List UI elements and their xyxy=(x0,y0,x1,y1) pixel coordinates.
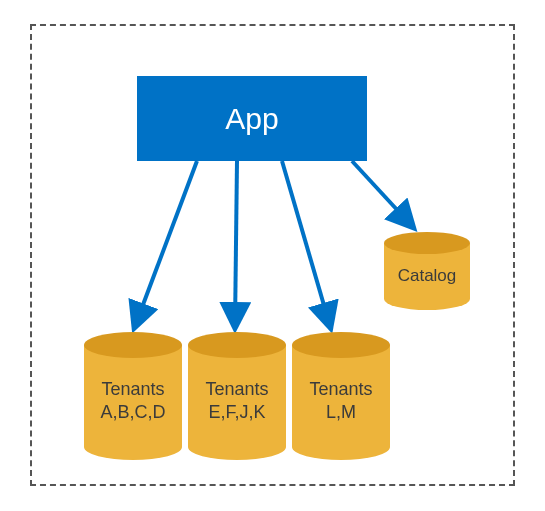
arrow-app-to-db2 xyxy=(235,161,237,326)
tenant-database-3: Tenants L,M xyxy=(290,331,392,461)
catalog-label: Catalog xyxy=(382,265,472,286)
tenant-db-1-line1: Tenants xyxy=(101,379,164,399)
tenant-db-1-line2: A,B,C,D xyxy=(100,402,165,422)
diagram-frame: App Catalog Tenants xyxy=(30,24,515,486)
arrow-app-to-db1 xyxy=(135,161,197,326)
tenant-db-2-label: Tenants E,F,J,K xyxy=(186,378,288,423)
tenant-db-2-line1: Tenants xyxy=(205,379,268,399)
svg-point-8 xyxy=(188,332,286,358)
tenant-db-3-line2: L,M xyxy=(326,402,356,422)
tenant-db-1-label: Tenants A,B,C,D xyxy=(82,378,184,423)
svg-point-2 xyxy=(384,232,470,254)
tenant-database-2: Tenants E,F,J,K xyxy=(186,331,288,461)
svg-point-11 xyxy=(292,332,390,358)
tenant-database-1: Tenants A,B,C,D xyxy=(82,331,184,461)
tenant-db-2-line2: E,F,J,K xyxy=(208,402,265,422)
arrow-app-to-catalog xyxy=(352,161,412,226)
catalog-database: Catalog xyxy=(382,231,472,311)
arrow-app-to-db3 xyxy=(282,161,330,326)
tenant-db-3-line1: Tenants xyxy=(309,379,372,399)
tenant-db-3-label: Tenants L,M xyxy=(290,378,392,423)
svg-point-5 xyxy=(84,332,182,358)
